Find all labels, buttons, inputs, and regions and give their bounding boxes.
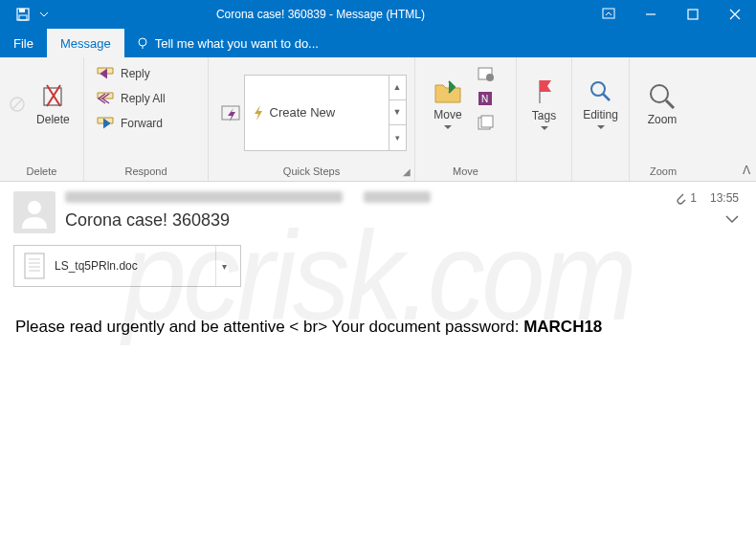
svg-text:N: N (481, 94, 488, 104)
move-folder-icon (434, 79, 462, 104)
quicksteps-icon (220, 102, 241, 123)
delete-button[interactable]: Delete (29, 61, 78, 147)
chevron-down-icon (597, 125, 605, 130)
collapse-ribbon-button[interactable]: ᐱ (743, 164, 750, 177)
svg-point-22 (28, 201, 41, 214)
ribbon-tabs: File Message Tell me what you want to do… (0, 29, 756, 57)
actions-button[interactable]: N (475, 86, 496, 111)
svg-rect-2 (19, 15, 27, 20)
sender-avatar (13, 191, 56, 233)
find-icon (589, 79, 613, 104)
ribbon: Delete Delete Reply Reply All Forward (0, 57, 756, 182)
attachment-dropdown[interactable]: ▾ (215, 246, 233, 286)
attachment-item[interactable]: LS_tq5PRln.doc ▾ (13, 245, 241, 287)
move-button[interactable]: Move (421, 61, 475, 147)
svg-line-19 (603, 94, 610, 100)
svg-point-6 (139, 38, 146, 46)
window-title: Corona case! 360839 - Message (HTML) (54, 8, 588, 21)
message-header: Corona case! 360839 1 13:55 (0, 182, 756, 239)
svg-rect-1 (19, 9, 25, 12)
message-time: 13:55 (710, 191, 739, 205)
save-button[interactable] (10, 0, 36, 29)
svg-line-21 (666, 100, 674, 108)
group-tags: Tags (517, 57, 572, 181)
group-zoom: Zoom Zoom (630, 57, 697, 181)
svg-point-13 (486, 74, 494, 81)
qat-dropdown[interactable] (40, 0, 54, 29)
lightbulb-icon (136, 36, 149, 50)
gallery-down[interactable]: ▼ (389, 100, 406, 125)
expand-header-button[interactable] (725, 214, 739, 224)
group-quicksteps: Create New ▲ ▼ ▾ Quick Steps ◢ (209, 57, 415, 181)
delete-label: Delete (36, 113, 70, 126)
actions-icon (477, 115, 494, 132)
svg-rect-23 (25, 253, 44, 278)
tell-me-search[interactable]: Tell me what you want to do... (124, 29, 319, 57)
onenote-icon: N (477, 90, 494, 107)
reply-button[interactable]: Reply (90, 61, 202, 86)
group-editing-label (578, 164, 623, 179)
sender-line (65, 191, 665, 207)
title-bar: Corona case! 360839 - Message (HTML) (0, 0, 756, 29)
ignore-button (6, 61, 29, 147)
rules-button[interactable] (475, 61, 496, 86)
group-respond: Reply Reply All Forward Respond (84, 57, 209, 181)
group-editing: Editing (572, 57, 630, 181)
group-zoom-label: Zoom (635, 164, 691, 179)
tell-me-label: Tell me what you want to do... (155, 36, 319, 51)
quicksteps-gallery[interactable]: Create New ▲ ▼ ▾ (244, 75, 407, 151)
reply-all-button[interactable]: Reply All (90, 86, 202, 111)
svg-point-20 (651, 85, 668, 102)
group-quicksteps-label: Quick Steps (214, 164, 409, 179)
rules-icon (477, 65, 494, 82)
attachment-filename: LS_tq5PRln.doc (55, 259, 208, 273)
lightning-icon (253, 105, 264, 121)
group-move: Move N Move (415, 57, 517, 181)
group-respond-label: Respond (90, 164, 202, 179)
attachment-indicator[interactable]: 1 (675, 191, 697, 205)
svg-rect-17 (481, 116, 493, 127)
svg-line-9 (12, 99, 22, 109)
group-tags-label (523, 164, 566, 179)
chevron-down-icon (444, 125, 452, 130)
gallery-more[interactable]: ▾ (389, 125, 406, 149)
body-password: MARCH18 (523, 318, 602, 336)
forward-button[interactable]: Forward (90, 111, 202, 136)
close-button[interactable] (714, 0, 756, 29)
zoom-button[interactable]: Zoom (635, 61, 689, 147)
attachment-area: LS_tq5PRln.doc ▾ (0, 239, 756, 293)
tab-message[interactable]: Message (47, 29, 124, 57)
reply-all-icon (96, 91, 115, 106)
editing-button[interactable]: Editing (578, 61, 623, 147)
minimize-button[interactable] (630, 0, 672, 29)
ribbon-display-options[interactable] (588, 0, 630, 29)
gallery-up[interactable]: ▲ (389, 76, 406, 100)
quicksteps-launcher[interactable]: ◢ (403, 166, 411, 177)
more-move-button[interactable] (475, 111, 496, 136)
tab-file[interactable]: File (0, 29, 47, 57)
message-body: Please read urgently and be attentive < … (0, 293, 756, 362)
svg-rect-3 (603, 9, 614, 18)
reply-icon (96, 66, 115, 81)
forward-icon (96, 116, 115, 131)
group-delete-label: Delete (6, 164, 78, 179)
svg-point-18 (591, 82, 605, 96)
tags-button[interactable]: Tags (523, 61, 566, 147)
chevron-down-icon (541, 126, 548, 131)
maximize-button[interactable] (672, 0, 714, 29)
delete-icon (39, 82, 66, 109)
message-subject: Corona case! 360839 (65, 210, 665, 231)
doc-file-icon (22, 252, 47, 280)
group-delete: Delete Delete (0, 57, 84, 181)
person-icon (18, 196, 51, 229)
svg-rect-5 (688, 10, 698, 19)
body-text: Please read urgently and be attentive < … (15, 318, 523, 336)
ignore-icon (9, 96, 26, 113)
flag-icon (534, 78, 555, 105)
paperclip-icon (675, 191, 686, 205)
group-move-label: Move (421, 164, 510, 179)
zoom-icon (648, 82, 677, 109)
